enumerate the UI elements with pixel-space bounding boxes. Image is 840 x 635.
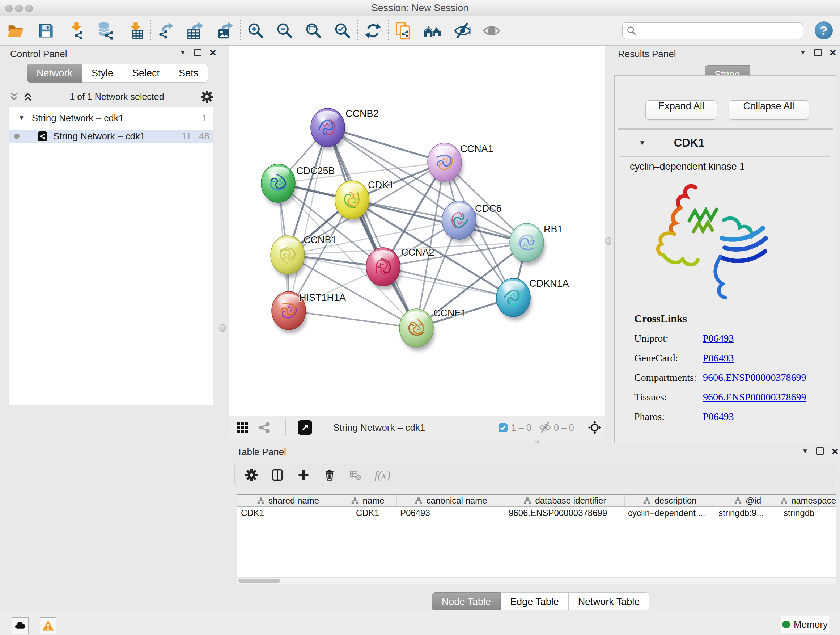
column-header-@id[interactable]: @id (715, 494, 780, 507)
column-header-canonical-name[interactable]: canonical name (396, 494, 505, 507)
export-network-button[interactable] (156, 19, 177, 42)
network-canvas[interactable]: CCNB2CCNA1CDC25BCDK1CDC6RB1CCNB1CCNA2CDK… (229, 46, 605, 416)
table-cell[interactable]: stringdb (780, 507, 836, 519)
right-splitter-handle[interactable] (605, 238, 612, 245)
scrollbar-thumb[interactable] (238, 578, 280, 583)
import-network-from-database-button[interactable] (95, 19, 117, 42)
tab-select[interactable]: Select (123, 64, 169, 82)
cloud-status-button[interactable] (12, 617, 28, 634)
import-network-button[interactable] (66, 19, 87, 42)
tab-style[interactable]: Style (82, 64, 123, 82)
network-edge-CCNB2-HIST1H1A[interactable] (289, 127, 328, 310)
table-panel-float-icon[interactable] (816, 448, 824, 455)
open-session-button[interactable] (5, 19, 26, 42)
pan-target-button[interactable] (588, 416, 602, 439)
results-panel-collapse-icon[interactable]: ▼ (799, 49, 806, 57)
network-node-CCNB2[interactable] (311, 108, 346, 150)
table-panel-collapse-icon[interactable]: ▼ (802, 447, 808, 455)
column-header-description[interactable]: description (624, 494, 715, 507)
network-collection-row[interactable]: ▼ String Network – cdk1 1 (9, 111, 213, 125)
tab-network[interactable]: Network (27, 64, 82, 82)
table-cell[interactable]: P06493 (396, 507, 505, 519)
function-builder-button[interactable]: f(x) (374, 469, 390, 482)
zoom-out-button[interactable] (274, 19, 295, 42)
network-node-CDKN1A[interactable] (496, 279, 532, 320)
table-cell[interactable]: CDK1 (237, 507, 339, 519)
memory-button[interactable]: Memory (781, 616, 829, 633)
control-panel-float-icon[interactable] (194, 49, 202, 56)
import-table-button[interactable] (125, 19, 146, 42)
delete-table-icon[interactable] (349, 469, 362, 481)
left-splitter-handle[interactable] (219, 325, 226, 332)
network-graph[interactable]: CCNB2CCNA1CDC25BCDK1CDC6RB1CCNB1CCNA2CDK… (229, 46, 605, 416)
crosslink-link[interactable]: P06493 (703, 352, 734, 364)
column-header-shared-name[interactable]: shared name (237, 494, 339, 507)
table-cell[interactable]: CDK1 (339, 507, 396, 519)
column-header-namespace[interactable]: namespace (780, 494, 836, 507)
network-row-selected[interactable]: String Network – cdk1 11 48 (9, 130, 213, 143)
network-options-gear-icon[interactable] (201, 90, 213, 103)
table-row[interactable]: CDK1CDK1P064939606.ENSP00000378699cyclin… (237, 507, 836, 519)
crosslink-link[interactable]: 9606.ENSP00000378699 (703, 391, 806, 403)
control-panel-close-icon[interactable]: × (210, 49, 216, 56)
search-input[interactable] (640, 25, 799, 36)
crosslink-link[interactable]: 9606.ENSP00000378699 (703, 372, 806, 383)
birdseye-view-button[interactable] (298, 416, 312, 439)
help-button[interactable]: ? (815, 21, 833, 40)
results-panel-close-icon[interactable]: × (829, 49, 836, 56)
zoom-selected-button[interactable] (332, 19, 353, 42)
network-node-CCNB1[interactable] (271, 236, 306, 278)
show-graphics-button[interactable] (481, 19, 502, 42)
zoom-fit-button[interactable] (303, 19, 324, 42)
expand-all-button[interactable]: Expand All (645, 100, 717, 120)
column-header-name[interactable]: name (339, 494, 396, 507)
node-table[interactable]: shared namenamecanonical namedatabase id… (237, 494, 836, 584)
home-networks-button[interactable] (423, 19, 444, 42)
create-column-plus-icon[interactable] (297, 469, 310, 481)
network-edge-HIST1H1A-CCNE1[interactable] (289, 310, 416, 328)
export-image-button[interactable] (215, 19, 236, 42)
network-node-RB1[interactable] (510, 223, 545, 265)
hidden-items-indicator[interactable] (538, 416, 552, 439)
hide-unhide-button[interactable] (452, 19, 473, 42)
table-cell[interactable]: 9606.ENSP00000378699 (505, 507, 624, 519)
apply-layout-button[interactable] (363, 19, 384, 42)
network-edge-CCNA2-CDKN1A[interactable] (383, 267, 513, 298)
save-session-button[interactable] (35, 19, 57, 42)
network-node-CDC25B[interactable] (261, 164, 297, 206)
tab-node-table[interactable]: Node Table (432, 592, 501, 611)
network-node-CCNE1[interactable] (399, 309, 435, 351)
network-node-CCNA2[interactable] (366, 248, 401, 290)
collapse-all-tree-icon[interactable] (22, 91, 33, 102)
export-table-button[interactable] (185, 19, 206, 42)
warnings-button[interactable] (40, 617, 57, 634)
results-panel-float-icon[interactable] (814, 49, 821, 56)
node-result-header[interactable]: ▼ CDK1 (618, 130, 833, 157)
table-options-gear-icon[interactable] (245, 469, 258, 481)
crosslink-link[interactable]: P06493 (703, 411, 734, 423)
table-panel-close-icon[interactable]: × (832, 448, 838, 455)
delete-column-trash-icon[interactable] (323, 469, 336, 481)
expand-all-tree-icon[interactable] (9, 91, 19, 102)
network-view-toggle-button[interactable] (257, 416, 271, 439)
tab-sets[interactable]: Sets (169, 64, 208, 82)
table-cell[interactable]: stringdb:9... (715, 507, 780, 519)
column-header-database-identifier[interactable]: database identifier (505, 494, 624, 507)
node-result-expander-icon[interactable]: ▼ (639, 139, 646, 147)
tab-edge-table[interactable]: Edge Table (501, 592, 569, 611)
grid-view-button[interactable] (236, 416, 248, 439)
network-node-CCNA1[interactable] (428, 143, 463, 185)
network-node-CDK1[interactable] (335, 181, 370, 223)
table-cell[interactable]: cyclin–dependent ... (624, 507, 715, 519)
network-node-CDC6[interactable] (442, 201, 477, 243)
duplicate-network-button[interactable] (393, 19, 414, 42)
crosslink-link[interactable]: P06493 (703, 333, 734, 344)
tab-network-table[interactable]: Network Table (569, 592, 650, 611)
table-horizontal-scrollbar[interactable] (237, 578, 836, 584)
control-panel-collapse-icon[interactable]: ▼ (180, 49, 186, 57)
collection-expander-icon[interactable]: ▼ (19, 114, 25, 122)
selected-nodes-checkbox[interactable] (498, 416, 508, 439)
zoom-in-button[interactable] (245, 19, 266, 42)
collapse-all-button[interactable]: Collapse All (729, 100, 809, 120)
show-columns-icon[interactable] (271, 469, 284, 481)
